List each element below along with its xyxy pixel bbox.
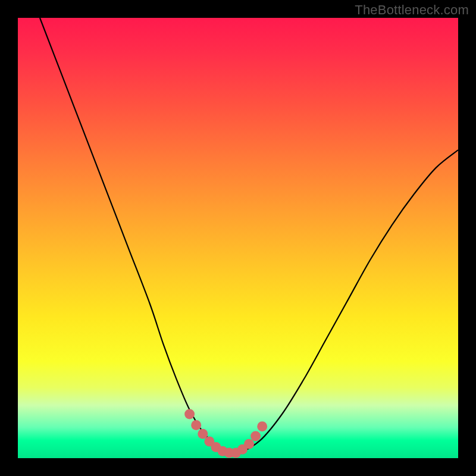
curve-svg [18,18,458,458]
chart-frame: TheBottleneck.com [0,0,476,476]
plot-area [18,18,458,458]
minimum-markers [184,409,267,458]
minimum-marker-dot [250,431,261,441]
minimum-marker-dot [244,439,254,449]
minimum-marker-dot [257,421,267,431]
bottleneck-curve-path [40,18,458,455]
watermark-text: TheBottleneck.com [355,2,469,18]
minimum-marker-dot [184,409,195,419]
minimum-marker-dot [191,420,201,430]
bottleneck-curve [40,18,458,455]
